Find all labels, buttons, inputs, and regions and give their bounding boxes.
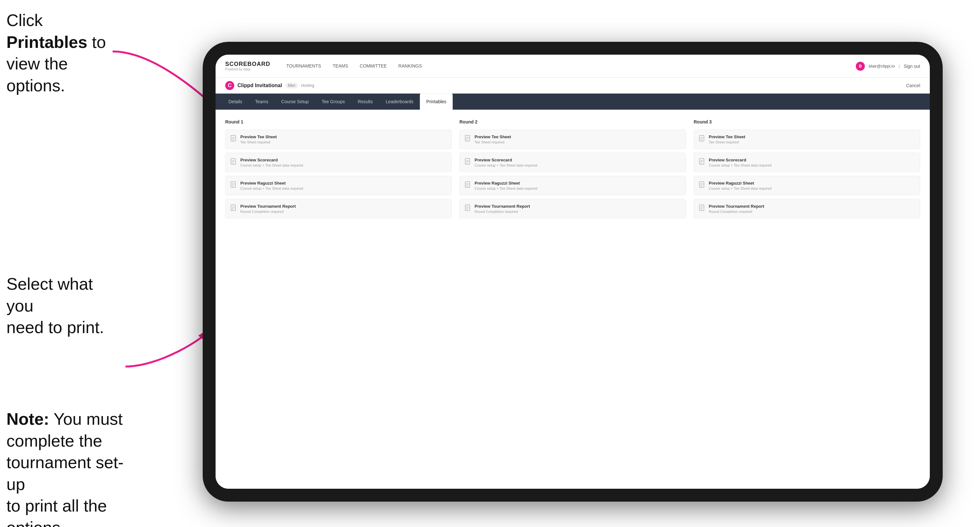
round-1-scorecard-card[interactable]: Preview Scorecard Course setup + Tee She… xyxy=(225,153,452,172)
top-nav-links: TOURNAMENTS TEAMS COMMITTEE RANKINGS xyxy=(286,62,422,70)
tab-course-setup[interactable]: Course Setup xyxy=(275,94,315,110)
r3-document-icon-1 xyxy=(699,135,706,143)
logo-scoreboard: SCOREBOARD xyxy=(225,61,270,68)
round-3-raguzzi-subtitle: Course setup + Tee Sheet data required xyxy=(709,186,772,190)
svg-rect-34 xyxy=(700,135,704,141)
svg-rect-14 xyxy=(231,205,235,211)
tournament-badge: Men xyxy=(285,83,298,89)
round-3-scorecard-text: Preview Scorecard Course setup + Tee She… xyxy=(709,157,772,167)
round-2-tee-sheet-subtitle: Tee Sheet required xyxy=(474,140,511,144)
instruction-bottom: Note: You mustcomplete thetournament set… xyxy=(6,408,129,527)
printables-bold: Printables xyxy=(6,33,87,51)
round-3-scorecard-title: Preview Scorecard xyxy=(709,157,772,162)
tournament-name: Clippd Invitational xyxy=(237,83,282,89)
tablet-screen: SCOREBOARD Powered by clippi TOURNAMENTS… xyxy=(216,55,930,489)
round-3-tee-sheet-card[interactable]: Preview Tee Sheet Tee Sheet required xyxy=(694,130,920,149)
note-bold: Note: xyxy=(6,410,49,428)
svg-rect-18 xyxy=(465,135,470,141)
document-icon-2 xyxy=(231,158,237,166)
round-3-tournament-report-title: Preview Tournament Report xyxy=(709,204,764,209)
tab-leaderboards[interactable]: Leaderboards xyxy=(379,94,420,110)
round-2-raguzzi-text: Preview Raguzzi Sheet Course setup + Tee… xyxy=(474,181,537,190)
svg-rect-46 xyxy=(700,205,704,211)
round-2-scorecard-title: Preview Scorecard xyxy=(474,157,537,162)
round-1-tee-sheet-card[interactable]: Preview Tee Sheet Tee Sheet required xyxy=(225,130,452,149)
instruction-middle: Select what youneed to print. xyxy=(6,273,116,338)
svg-rect-10 xyxy=(231,182,235,187)
top-nav-right: B blair@clippi.io | Sign out xyxy=(856,62,920,71)
tab-tee-groups[interactable]: Tee Groups xyxy=(315,94,352,110)
round-2-title: Round 2 xyxy=(460,119,686,124)
round-1-scorecard-subtitle: Course setup + Tee Sheet data required xyxy=(240,163,303,167)
svg-rect-22 xyxy=(465,159,470,164)
round-2-column: Round 2 Preview Tee Sheet Tee Sheet requ… xyxy=(460,119,686,222)
round-1-tournament-report-card[interactable]: Preview Tournament Report Round Completi… xyxy=(225,199,452,218)
round-2-raguzzi-title: Preview Raguzzi Sheet xyxy=(474,181,537,186)
round-1-tee-sheet-subtitle: Tee Sheet required xyxy=(240,140,277,144)
round-3-raguzzi-card[interactable]: Preview Raguzzi Sheet Course setup + Tee… xyxy=(694,176,920,195)
nav-link-committee[interactable]: COMMITTEE xyxy=(360,62,387,70)
user-avatar: B xyxy=(856,62,865,71)
round-2-tournament-report-title: Preview Tournament Report xyxy=(474,204,530,209)
round-3-scorecard-card[interactable]: Preview Scorecard Course setup + Tee She… xyxy=(694,153,920,172)
round-1-raguzzi-subtitle: Course setup + Tee Sheet data required xyxy=(240,186,303,190)
round-1-tee-sheet-text: Preview Tee Sheet Tee Sheet required xyxy=(240,134,277,144)
top-nav-left: SCOREBOARD Powered by clippi TOURNAMENTS… xyxy=(225,61,422,71)
round-2-tournament-report-card[interactable]: Preview Tournament Report Round Completi… xyxy=(460,199,686,218)
round-2-tournament-report-text: Preview Tournament Report Round Completi… xyxy=(474,204,530,214)
sign-out-link[interactable]: Sign out xyxy=(904,62,920,70)
r3-document-icon-3 xyxy=(699,181,706,189)
tab-printables[interactable]: Printables xyxy=(420,94,453,110)
round-1-scorecard-text: Preview Scorecard Course setup + Tee She… xyxy=(240,157,303,167)
instruction-top: Click Printables toview the options. xyxy=(6,10,110,97)
r3-document-icon-2 xyxy=(699,158,706,166)
main-content: Round 1 Preview Tee Sheet Tee Sheet requ… xyxy=(216,110,930,489)
round-1-tournament-report-subtitle: Round Completion required xyxy=(240,210,296,214)
tab-bar: Details Teams Course Setup Tee Groups Re… xyxy=(216,94,930,110)
r2-document-icon-3 xyxy=(465,181,471,189)
round-3-tournament-report-card[interactable]: Preview Tournament Report Round Completi… xyxy=(694,199,920,218)
nav-link-teams[interactable]: TEAMS xyxy=(332,62,348,70)
round-3-tee-sheet-text: Preview Tee Sheet Tee Sheet required xyxy=(709,134,745,144)
r3-document-icon-4 xyxy=(699,205,706,212)
tab-teams[interactable]: Teams xyxy=(249,94,275,110)
top-nav: SCOREBOARD Powered by clippi TOURNAMENTS… xyxy=(216,55,930,78)
svg-rect-30 xyxy=(465,205,470,211)
r2-document-icon-2 xyxy=(465,158,471,166)
svg-rect-2 xyxy=(231,135,235,141)
logo-area: SCOREBOARD Powered by clippi xyxy=(225,61,270,71)
tab-details[interactable]: Details xyxy=(222,94,249,110)
round-1-tee-sheet-title: Preview Tee Sheet xyxy=(240,134,277,139)
round-3-tee-sheet-title: Preview Tee Sheet xyxy=(709,134,745,139)
round-1-raguzzi-card[interactable]: Preview Raguzzi Sheet Course setup + Tee… xyxy=(225,176,452,195)
tab-results[interactable]: Results xyxy=(352,94,379,110)
nav-link-rankings[interactable]: RANKINGS xyxy=(398,62,422,70)
round-2-raguzzi-card[interactable]: Preview Raguzzi Sheet Course setup + Tee… xyxy=(460,176,686,195)
svg-rect-42 xyxy=(700,182,704,187)
tournament-logo: C xyxy=(225,81,234,90)
nav-link-tournaments[interactable]: TOURNAMENTS xyxy=(286,62,321,70)
round-3-tournament-report-subtitle: Round Completion required xyxy=(709,210,764,214)
rounds-container: Round 1 Preview Tee Sheet Tee Sheet requ… xyxy=(225,119,920,222)
tablet-device: SCOREBOARD Powered by clippi TOURNAMENTS… xyxy=(203,42,943,502)
round-3-column: Round 3 Preview Tee Sheet Tee Sheet requ… xyxy=(694,119,920,222)
round-3-scorecard-subtitle: Course setup + Tee Sheet data required xyxy=(709,163,772,167)
tournament-info: C Clippd Invitational Men Hosting xyxy=(225,81,314,90)
cancel-button[interactable]: Cancel xyxy=(906,83,920,88)
round-3-raguzzi-text: Preview Raguzzi Sheet Course setup + Tee… xyxy=(709,181,772,190)
round-2-tee-sheet-text: Preview Tee Sheet Tee Sheet required xyxy=(474,134,511,144)
svg-rect-26 xyxy=(465,182,470,187)
tournament-bar: C Clippd Invitational Men Hosting Cancel xyxy=(216,78,930,94)
app-container: SCOREBOARD Powered by clippi TOURNAMENTS… xyxy=(216,55,930,489)
svg-rect-38 xyxy=(700,159,704,164)
r2-document-icon-1 xyxy=(465,135,471,143)
round-1-tournament-report-text: Preview Tournament Report Round Completi… xyxy=(240,204,296,214)
round-1-tournament-report-title: Preview Tournament Report xyxy=(240,204,296,209)
round-2-tee-sheet-card[interactable]: Preview Tee Sheet Tee Sheet required xyxy=(460,130,686,149)
round-2-scorecard-card[interactable]: Preview Scorecard Course setup + Tee She… xyxy=(460,153,686,172)
round-3-tournament-report-text: Preview Tournament Report Round Completi… xyxy=(709,204,764,214)
logo-sub: Powered by clippi xyxy=(225,68,270,71)
round-2-scorecard-text: Preview Scorecard Course setup + Tee She… xyxy=(474,157,537,167)
document-icon-3 xyxy=(231,181,237,189)
round-1-raguzzi-text: Preview Raguzzi Sheet Course setup + Tee… xyxy=(240,181,303,190)
